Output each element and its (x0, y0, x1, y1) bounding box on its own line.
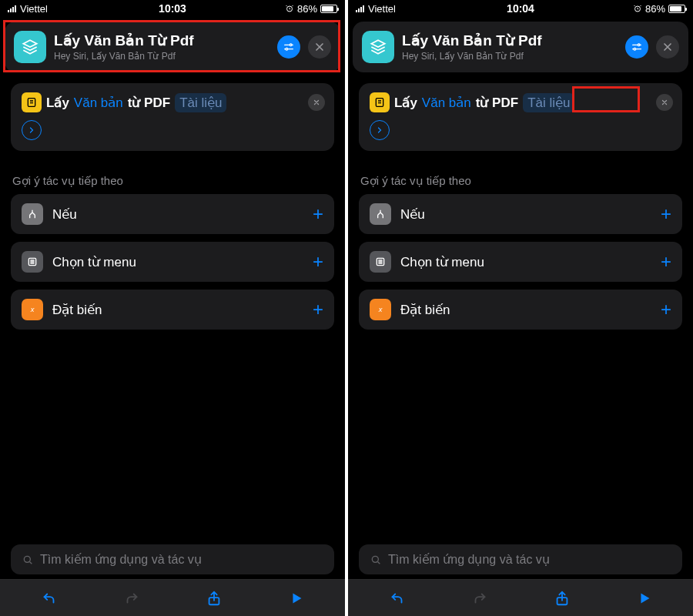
settings-button[interactable] (277, 35, 300, 59)
phone-screen-right: Viettel 10:04 86% Lấy Văn Bản Từ Pdf Hey… (348, 0, 693, 616)
suggestions-heading: Gợi ý tác vụ tiếp theo (360, 174, 681, 188)
suggestion-label: Đặt biến (52, 302, 303, 318)
search-placeholder: Tìm kiếm ứng dụng và tác vụ (40, 552, 202, 567)
suggestion-item-if[interactable]: Nếu + (359, 194, 682, 234)
shortcut-subtitle: Hey Siri, Lấy Văn Bản Từ Pdf (54, 51, 270, 62)
action-word-get: Lấy (46, 95, 69, 111)
add-suggestion-button[interactable]: + (661, 205, 671, 223)
suggestion-item-if[interactable]: Nếu + (11, 194, 334, 234)
search-field[interactable]: Tìm kiếm ứng dụng và tác vụ (11, 544, 334, 574)
text-extract-icon (370, 92, 390, 112)
menu-icon (22, 251, 43, 273)
expand-action-button[interactable] (370, 120, 390, 140)
variable-icon: x (22, 299, 43, 320)
signal-icon (8, 5, 16, 12)
suggestion-item-variable[interactable]: x Đặt biến + (11, 290, 334, 330)
branch-icon (370, 203, 391, 225)
suggestion-item-menu[interactable]: Chọn từ menu + (11, 242, 334, 282)
bottom-panel: Tìm kiếm ứng dụng và tác vụ (0, 544, 345, 616)
branch-icon (22, 203, 43, 225)
search-icon (370, 554, 382, 566)
status-left: Viettel (356, 3, 396, 15)
action-word-from: từ PDF (476, 95, 518, 111)
add-suggestion-button[interactable]: + (661, 253, 671, 271)
action-token-document[interactable]: Tài liệu (175, 93, 226, 112)
status-left: Viettel (8, 3, 48, 15)
svg-point-1 (290, 44, 292, 46)
svg-point-6 (24, 556, 30, 562)
add-suggestion-button[interactable]: + (313, 205, 323, 223)
action-word-get: Lấy (394, 95, 417, 111)
shortcut-header: Lấy Văn Bản Từ Pdf Hey Siri, Lấy Văn Bản… (5, 22, 340, 72)
search-field[interactable]: Tìm kiếm ứng dụng và tác vụ (359, 544, 682, 574)
redo-button[interactable] (464, 583, 495, 614)
battery-icon (668, 5, 685, 13)
svg-point-14 (372, 556, 378, 562)
suggestions-list: Nếu + Chọn từ menu + x Đặt biến + (11, 194, 334, 330)
svg-text:x: x (378, 306, 383, 313)
run-button[interactable] (281, 583, 312, 614)
variable-icon: x (370, 299, 391, 320)
editor-toolbar (0, 579, 345, 616)
add-suggestion-button[interactable]: + (313, 253, 323, 271)
suggestion-label: Đặt biến (400, 302, 651, 318)
alarm-icon (285, 4, 294, 13)
status-right: 86% (285, 3, 337, 15)
status-bar: Viettel 10:03 86% (0, 0, 345, 17)
battery-percent: 86% (645, 3, 665, 15)
clock-label: 10:04 (507, 2, 534, 15)
close-button[interactable] (656, 35, 679, 59)
action-block[interactable]: Lấy Văn bản từ PDF Tài liệu (11, 83, 334, 151)
svg-point-10 (634, 48, 636, 50)
suggestion-label: Chọn từ menu (52, 254, 303, 270)
action-token-text[interactable]: Văn bản (422, 95, 471, 111)
suggestions-list: Nếu + Chọn từ menu + x Đặt biến + (359, 194, 682, 330)
carrier-label: Viettel (20, 3, 48, 15)
suggestion-item-menu[interactable]: Chọn từ menu + (359, 242, 682, 282)
phone-screen-left: Viettel 10:03 86% Lấy Văn Bản Từ Pdf Hey… (0, 0, 345, 616)
header-text-group: Lấy Văn Bản Từ Pdf Hey Siri, Lấy Văn Bản… (402, 32, 618, 62)
shortcut-title: Lấy Văn Bản Từ Pdf (54, 32, 270, 50)
redo-button[interactable] (116, 583, 147, 614)
settings-button[interactable] (625, 35, 648, 59)
shortcut-app-icon (14, 31, 46, 63)
menu-icon (370, 251, 391, 273)
status-right: 86% (633, 3, 685, 15)
close-button[interactable] (308, 35, 331, 59)
add-suggestion-button[interactable]: + (313, 300, 323, 319)
status-bar: Viettel 10:04 86% (348, 0, 693, 17)
svg-text:x: x (30, 306, 35, 313)
bottom-panel: Tìm kiếm ứng dụng và tác vụ (348, 544, 693, 616)
share-button[interactable] (199, 583, 229, 614)
action-token-document[interactable]: Tài liệu (523, 93, 574, 112)
header-text-group: Lấy Văn Bản Từ Pdf Hey Siri, Lấy Văn Bản… (54, 32, 270, 62)
share-button[interactable] (547, 583, 578, 614)
shortcut-title: Lấy Văn Bản Từ Pdf (402, 32, 618, 50)
suggestion-item-variable[interactable]: x Đặt biến + (359, 290, 682, 330)
shortcut-app-icon (362, 31, 394, 63)
search-icon (22, 554, 34, 566)
battery-percent: 86% (297, 3, 317, 15)
svg-point-2 (286, 48, 288, 50)
suggestion-label: Nếu (400, 206, 651, 223)
undo-button[interactable] (382, 583, 413, 614)
add-suggestion-button[interactable]: + (661, 300, 671, 319)
editor-toolbar (348, 579, 693, 616)
undo-button[interactable] (34, 583, 65, 614)
action-block[interactable]: Lấy Văn bản từ PDF Tài liệu (359, 83, 682, 151)
alarm-icon (633, 4, 642, 13)
suggestion-label: Nếu (52, 206, 303, 223)
shortcut-subtitle: Hey Siri, Lấy Văn Bản Từ Pdf (402, 51, 618, 62)
screenshot-pair: Viettel 10:03 86% Lấy Văn Bản Từ Pdf Hey… (0, 0, 693, 616)
clear-action-button[interactable] (656, 94, 673, 111)
expand-action-button[interactable] (22, 120, 42, 140)
run-button[interactable] (629, 583, 660, 614)
carrier-label: Viettel (368, 3, 396, 15)
suggestions-heading: Gợi ý tác vụ tiếp theo (12, 174, 333, 188)
action-token-text[interactable]: Văn bản (74, 95, 123, 111)
text-extract-icon (22, 92, 42, 112)
shortcut-header: Lấy Văn Bản Từ Pdf Hey Siri, Lấy Văn Bản… (353, 22, 688, 72)
search-placeholder: Tìm kiếm ứng dụng và tác vụ (388, 552, 550, 567)
clear-action-button[interactable] (308, 94, 325, 111)
clock-label: 10:03 (159, 2, 186, 15)
